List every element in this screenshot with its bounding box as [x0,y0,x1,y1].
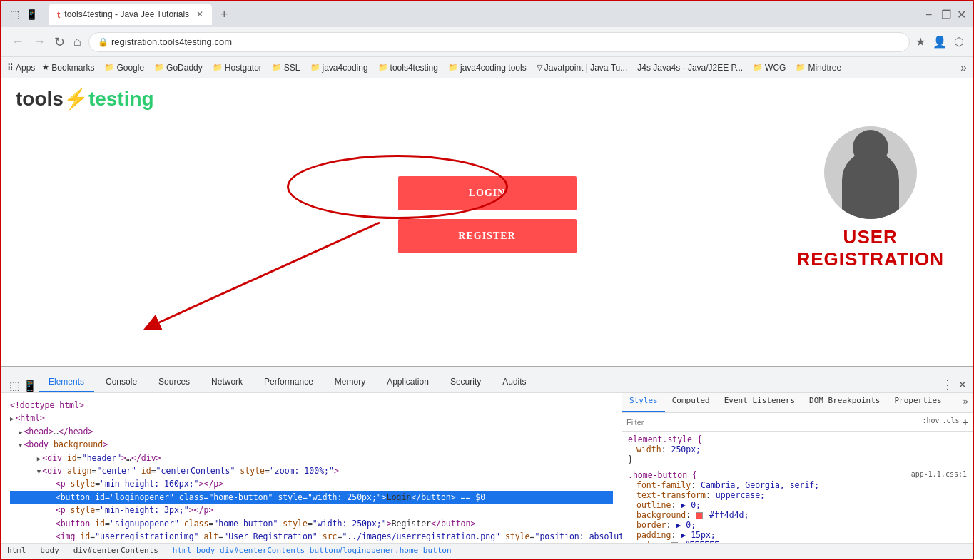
wcg-bookmark[interactable]: 📁 WCG [750,61,788,74]
styles-filter-input[interactable] [626,418,918,427]
godaddy-label: GoDaddy [166,63,203,73]
tools4testing-bookmark[interactable]: 📁 tools4testing [375,61,441,74]
java4coding-bookmark[interactable]: 📁 java4coding [308,61,371,74]
prop-padding: padding: ▶ 15px; [628,530,967,540]
bookmarks-folder[interactable]: ★ Bookmarks [39,61,97,74]
new-tab-button[interactable]: + [218,7,231,22]
address-bar-icons: ★ 👤 ⬡ [915,35,964,49]
device-icon[interactable]: 📱 [24,7,39,21]
folder-icon-3: 📁 [213,63,223,72]
user-reg-text: USER REGISTRATION [796,226,944,270]
register-button[interactable]: REGISTER [398,219,577,253]
folder-icon-7: 📁 [448,63,458,72]
mindtree-bookmark[interactable]: 📁 Mindtree [793,61,844,74]
tab-application[interactable]: Application [377,372,439,392]
devtools-more-icon[interactable]: ⋮ [941,377,954,392]
tab-security[interactable]: Security [440,372,491,392]
folder-icon-6: 📁 [378,63,388,72]
logo-tools: tools [16,88,64,110]
event-listeners-tab[interactable]: Event Listeners [717,393,802,412]
dom-line-head: ▶<head>…</head> [10,425,613,438]
tab-sources[interactable]: Sources [148,372,200,392]
devtools-body: <!doctype html> ▶<html> ▶<head>…</head> … [1,393,973,543]
tab-network[interactable]: Network [201,372,253,392]
computed-tab[interactable]: Computed [665,393,717,412]
devtools-panel-icons: ⬚ 📱 [7,7,39,21]
inspect-icon[interactable]: ⬚ [7,7,21,21]
hov-filter-btn[interactable]: :hov [922,417,939,428]
bookmark-star-icon[interactable]: ★ [915,35,925,49]
main-area: LOGIN REGISTER [1,119,973,366]
java4coding-label: java4coding [323,63,368,73]
java4coding-tools-label: java4coding tools [460,63,527,73]
dom-line-loginbutton[interactable]: <button id="loginopener" class="home-but… [10,491,613,504]
back-button[interactable]: ← [10,33,26,51]
bookmarks-bar: ⠿ Apps ★ Bookmarks 📁 Google 📁 GoDaddy 📁 … [1,57,973,78]
login-button[interactable]: LOGIN [398,176,577,210]
active-tab[interactable]: t tools4testing - Java Jee Tutorials ✕ [49,4,212,25]
dom-line-html: ▶<html> [10,412,613,424]
maximize-button[interactable]: ❐ [941,9,951,19]
java4s-bookmark[interactable]: J4s Java4s - Java/J2EE P... [634,61,746,74]
tab-console[interactable]: Console [96,372,147,392]
dom-line-img: <img id="userregistrationimg" alt="User … [10,530,613,543]
folder-icon-8: 📁 [753,63,763,72]
dom-line-registerbutton: <button id="signupopener" class="home-bu… [10,517,613,530]
page-content: tools⚡testing LOGIN REGISTER [1,78,973,559]
ssl-label: SSL [284,63,300,73]
star-icon: ★ [42,63,49,72]
dom-line-centercontents: ▼<div align="center" id="centerContents"… [10,464,613,477]
hostgator-label: Hostgator [225,63,262,73]
address-input[interactable]: 🔒 registration.tools4testing.com [88,32,910,52]
cls-filter-btn[interactable]: .cls [942,417,959,428]
svg-line-0 [151,223,380,326]
java4coding-tools-bookmark[interactable]: 📁 java4coding tools [445,61,529,74]
tab-elements[interactable]: Elements [39,372,94,392]
device-emulation-icon[interactable]: 📱 [23,378,37,392]
styles-tab[interactable]: Styles [622,393,665,412]
apps-grid-icon: ⠿ [7,63,14,73]
style-rule-home-button: .home-button { app-1.1.css:1 font-family… [628,470,967,543]
apps-label: Apps [16,63,35,73]
hostgator-bookmark[interactable]: 📁 Hostgator [210,61,265,74]
tab-close-button[interactable]: ✕ [196,9,203,19]
forward-button[interactable]: → [31,33,47,51]
more-styles-icon[interactable]: » [958,393,973,412]
profile-icon[interactable]: 👤 [933,35,947,49]
close-button[interactable]: ✕ [957,9,967,19]
folder-icon: 📁 [104,63,114,72]
prop-font-family: font-family: Cambria, Georgia, serif; [628,480,967,490]
tab-performance[interactable]: Performance [254,372,323,392]
dom-line-header: ▶<div id="header">…</div> [10,452,613,464]
google-label: Google [116,63,144,73]
avatar-head [853,130,888,166]
home-button[interactable]: ⌂ [72,33,83,51]
user-registration-panel: USER REGISTRATION [796,126,944,270]
dom-breakpoints-tab[interactable]: DOM Breakpoints [802,393,887,412]
javatpoint-bookmark[interactable]: ▽ Javatpoint | Java Tu... [534,61,631,74]
selected-element-path: html body div#centerContents button#logi… [173,546,452,555]
more-bookmarks-button[interactable]: » [960,61,967,74]
dom-line-p2: <p style="min-height: 3px;"></p> [10,504,613,516]
browser-frame: ⬚ 📱 t tools4testing - Java Jee Tutorials… [0,0,974,560]
tab-memory[interactable]: Memory [325,372,375,392]
properties-tab[interactable]: Properties [887,393,948,412]
tab-audits[interactable]: Audits [492,372,536,392]
godaddy-bookmark[interactable]: 📁 GoDaddy [151,61,206,74]
extensions-icon[interactable]: ⬡ [954,35,964,49]
google-bookmark[interactable]: 📁 Google [101,61,147,74]
wcg-label: WCG [765,63,786,73]
styles-panel: Styles Computed Event Listeners DOM Brea… [622,393,973,543]
inspect-element-icon[interactable]: ⬚ [7,378,21,392]
apps-bookmarks-item[interactable]: ⠿ Apps [7,63,35,73]
devtools-close-icon[interactable]: ✕ [958,379,967,390]
ssl-bookmark[interactable]: 📁 SSL [269,61,303,74]
folder-icon-4: 📁 [272,63,282,72]
reload-button[interactable]: ↻ [53,33,66,51]
site-header: tools⚡testing [1,78,973,119]
add-style-btn[interactable]: + [963,417,968,428]
minimize-button[interactable]: − [925,9,935,19]
avatar-silhouette [842,151,899,219]
dom-line-body: ▼<body background> [10,438,613,451]
prop-background: background: #ff4d4d; [628,510,967,520]
